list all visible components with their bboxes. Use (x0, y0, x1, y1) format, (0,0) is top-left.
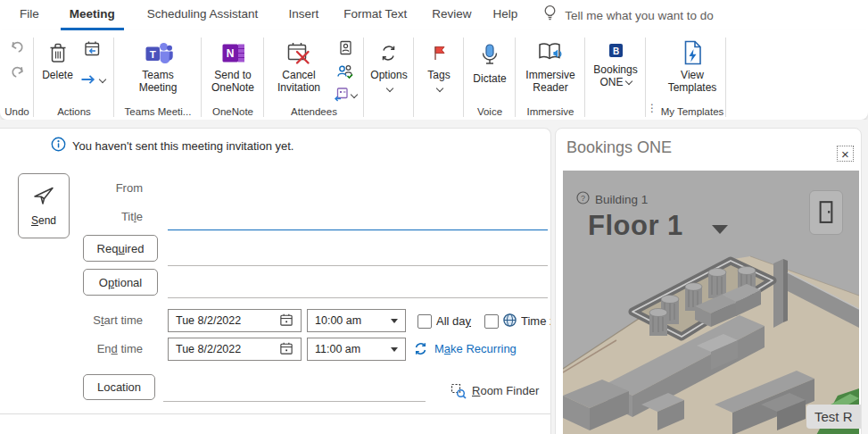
chevron-down-icon (99, 76, 106, 83)
forward-arrow-button[interactable] (79, 72, 106, 87)
title-input[interactable] (168, 207, 548, 230)
floor-selector[interactable]: Floor 1 (588, 210, 728, 242)
dropdown-arrow-icon (391, 347, 398, 352)
bookings-one-label-line2: ONE (599, 76, 623, 88)
required-button[interactable]: Required (83, 235, 158, 262)
tags-button[interactable]: Tags (427, 38, 450, 91)
content-area: You haven't sent this meeting invitation… (0, 120, 868, 434)
view-templates-button[interactable]: View Templates (663, 38, 722, 94)
options-button[interactable]: Options (370, 38, 407, 91)
start-time-dropdown[interactable]: 10:00 am (307, 309, 406, 332)
start-date-picker[interactable]: Tue 8/2/2022 (168, 309, 302, 332)
end-time-dropdown[interactable]: 11:00 am (307, 338, 406, 361)
response-options-button[interactable] (333, 86, 358, 103)
tab-insert[interactable]: Insert (279, 0, 327, 30)
room-finder-icon (450, 382, 467, 399)
group-label-teams: Teams Meeti... (114, 106, 202, 117)
address-book-icon[interactable] (336, 38, 355, 60)
location-button[interactable]: Location (83, 374, 155, 400)
location-input[interactable] (163, 401, 426, 402)
end-date-picker[interactable]: Tue 8/2/2022 (168, 338, 302, 361)
immersive-reader-label: Immersive Reader (523, 69, 578, 94)
calendar-icon (279, 341, 293, 358)
immersive-reader-button[interactable]: Immersive Reader (523, 38, 578, 94)
chevron-down-icon (351, 90, 358, 97)
tell-me-box[interactable]: Tell me what you want to do (542, 4, 714, 27)
bookings-one-button[interactable]: B Bookings ONE (593, 38, 637, 88)
delete-button[interactable]: Delete (42, 38, 73, 87)
end-time-label: End time (0, 342, 143, 355)
tab-format-text[interactable]: Format Text (335, 0, 416, 30)
optional-input[interactable] (168, 297, 548, 298)
door-view-button[interactable] (809, 190, 843, 235)
group-label-onenote: OneNote (202, 106, 264, 117)
ribbon-group-voice: Dictate Voice (464, 30, 516, 120)
infobar-text: You haven't sent this meeting invitation… (72, 139, 293, 153)
building-row: ? Building 1 (576, 191, 648, 208)
all-day-label[interactable]: All day (436, 314, 471, 328)
request-responses-icon[interactable] (335, 63, 355, 83)
floor-map-3d[interactable]: ? Building 1 Floor 1 Test R (563, 171, 859, 434)
group-label-immersive: Immersive (516, 106, 585, 117)
dictate-label: Dictate (473, 72, 506, 85)
svg-text:?: ? (581, 194, 585, 203)
ribbon-group-tags: Tags (414, 30, 464, 120)
all-day-checkbox[interactable] (417, 314, 432, 329)
meeting-forward-button[interactable] (82, 38, 103, 62)
tab-review[interactable]: Review (423, 0, 480, 30)
time-zones-checkbox[interactable] (484, 314, 499, 329)
undo-button[interactable] (8, 38, 27, 58)
chevron-down-icon (386, 85, 393, 92)
tab-meeting[interactable]: Meeting (61, 0, 124, 30)
close-icon[interactable]: × (837, 146, 854, 162)
room-finder-button[interactable]: Room Finder (450, 382, 539, 399)
tab-scheduling-assistant[interactable]: Scheduling Assistant (138, 0, 268, 30)
from-field[interactable] (168, 175, 546, 196)
bookings-panel-title: Bookings ONE (566, 138, 672, 157)
make-recurring-link[interactable]: Make Recurring (413, 341, 517, 356)
group-label-my-templates: My Templates (658, 106, 726, 117)
ribbon-group-actions: Delete Actions (34, 30, 114, 120)
start-time-label: Start time (0, 313, 143, 327)
teams-meeting-label: Teams Meeting (130, 69, 186, 94)
chevron-down-icon (712, 225, 728, 234)
dictate-button[interactable]: Dictate (473, 38, 506, 85)
tab-file[interactable]: File (11, 0, 48, 30)
teams-meeting-button[interactable]: T Teams Meeting (130, 38, 186, 94)
group-label-voice: Voice (464, 106, 516, 117)
tell-me-label: Tell me what you want to do (565, 9, 714, 22)
ribbon-group-undo: Undo (0, 30, 34, 120)
meeting-form: You haven't sent this meeting invitation… (0, 128, 551, 434)
group-label-actions: Actions (34, 106, 114, 117)
flag-icon (430, 38, 448, 67)
ribbon-overflow-dots-icon[interactable]: ⋮ (647, 102, 657, 114)
trash-icon (46, 38, 70, 67)
sync-options-icon (379, 38, 398, 67)
time-zones-label[interactable]: Time zones (521, 314, 551, 328)
view-templates-label: View Templates (663, 69, 722, 94)
delete-label: Delete (42, 69, 73, 81)
tab-help[interactable]: Help (484, 0, 526, 30)
svg-text:B: B (612, 46, 618, 55)
svg-text:N: N (226, 47, 234, 60)
optional-button[interactable]: Optional (83, 269, 158, 296)
room-finder-label: Room Finder (472, 384, 539, 397)
group-label-attendees: Attendees (264, 106, 364, 117)
make-recurring-label: Make Recurring (434, 342, 517, 355)
floor-label: Floor 1 (588, 210, 683, 242)
help-circle-icon[interactable]: ? (576, 191, 590, 208)
calendar-icon (279, 313, 293, 330)
required-input[interactable] (168, 265, 548, 266)
onenote-icon: N (220, 38, 246, 67)
message-body[interactable] (0, 414, 551, 434)
cancel-invitation-button[interactable]: Cancel Invitation (270, 38, 327, 103)
ribbon-group-onenote: N Send to OneNote OneNote (202, 30, 264, 120)
start-time-value: 10:00 am (315, 314, 391, 327)
redo-button[interactable] (8, 63, 27, 83)
send-to-onenote-button[interactable]: N Send to OneNote (208, 38, 258, 94)
cancel-invitation-label: Cancel Invitation (270, 69, 327, 94)
immersive-reader-icon (537, 38, 564, 67)
send-to-onenote-label: Send to OneNote (208, 69, 258, 94)
ribbon-empty-space (726, 30, 868, 120)
view-templates-icon (681, 38, 704, 67)
